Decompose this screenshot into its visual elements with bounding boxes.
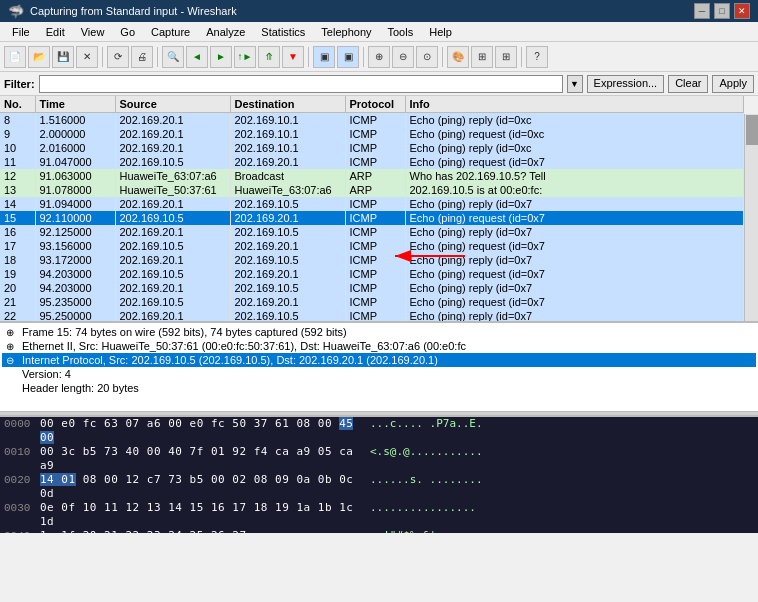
ethernet-expander[interactable]: ⊕	[6, 341, 18, 352]
zoom-normal-button[interactable]: ⊙	[416, 46, 438, 68]
first-button[interactable]: ⤊	[258, 46, 280, 68]
cell-dst: 202.169.10.5	[230, 253, 345, 267]
menu-statistics[interactable]: Statistics	[253, 24, 313, 40]
apply-button[interactable]: Apply	[712, 75, 754, 93]
hex-table: 0000 00 e0 fc 63 07 a6 00 e0 fc 50 37 61…	[0, 417, 758, 533]
close-button[interactable]: ✕	[734, 3, 750, 19]
version-label: Version: 4	[22, 368, 71, 380]
cell-no: 19	[0, 267, 35, 281]
cell-proto: ICMP	[345, 225, 405, 239]
detail-frame-row[interactable]: ⊕ Frame 15: 74 bytes on wire (592 bits),…	[2, 325, 756, 339]
cell-proto: ICMP	[345, 309, 405, 321]
table-row[interactable]: 11 91.047000 202.169.10.5 202.169.20.1 I…	[0, 155, 744, 169]
cell-proto: ICMP	[345, 155, 405, 169]
capture-start-button[interactable]: ▣	[337, 46, 359, 68]
filter-dropdown-button[interactable]: ▼	[567, 75, 583, 93]
detail-header-row[interactable]: Header length: 20 bytes	[2, 381, 756, 395]
resize-columns-button[interactable]: ⊞	[471, 46, 493, 68]
maximize-button[interactable]: □	[714, 3, 730, 19]
detail-version-row[interactable]: Version: 4	[2, 367, 756, 381]
cell-time: 95.250000	[35, 309, 115, 321]
table-row[interactable]: 9 2.000000 202.169.20.1 202.169.10.1 ICM…	[0, 127, 744, 141]
table-row[interactable]: 13 91.078000 HuaweiTe_50:37:61 HuaweiTe_…	[0, 183, 744, 197]
title-bar-title: Capturing from Standard input - Wireshar…	[30, 5, 237, 17]
cell-dst: Broadcast	[230, 169, 345, 183]
save-button[interactable]: 💾	[52, 46, 74, 68]
main-layout: No. Time Source Destination Protocol Inf…	[0, 96, 758, 602]
packet-list-section: No. Time Source Destination Protocol Inf…	[0, 96, 758, 321]
cell-time: 2.000000	[35, 127, 115, 141]
table-row[interactable]: 21 95.235000 202.169.10.5 202.169.20.1 I…	[0, 295, 744, 309]
back-button[interactable]: ◄	[186, 46, 208, 68]
detail-ethernet-row[interactable]: ⊕ Ethernet II, Src: HuaweiTe_50:37:61 (0…	[2, 339, 756, 353]
close-button2[interactable]: ✕	[76, 46, 98, 68]
help-button[interactable]: ?	[526, 46, 548, 68]
forward-button[interactable]: ►	[210, 46, 232, 68]
table-row[interactable]: 22 95.250000 202.169.20.1 202.169.10.5 I…	[0, 309, 744, 321]
table-row[interactable]: 19 94.203000 202.169.10.5 202.169.20.1 I…	[0, 267, 744, 281]
table-row[interactable]: 12 91.063000 HuaweiTe_63:07:a6 Broadcast…	[0, 169, 744, 183]
title-bar: 🦈 Capturing from Standard input - Wiresh…	[0, 0, 758, 22]
colorize-button[interactable]: 🎨	[447, 46, 469, 68]
cell-dst: 202.169.20.1	[230, 211, 345, 225]
hex-bytes: 14 01 08 00 12 c7 73 b5 00 02 08 09 0a 0…	[36, 473, 366, 501]
table-row[interactable]: 14 91.094000 202.169.20.1 202.169.10.5 I…	[0, 197, 744, 211]
frame-expander[interactable]: ⊕	[6, 327, 18, 338]
scrollbar-thumb[interactable]	[746, 115, 758, 145]
print-button[interactable]: 🖨	[131, 46, 153, 68]
packet-list-scrollbar[interactable]	[744, 114, 758, 321]
col-source: Source	[115, 96, 230, 113]
cell-dst: HuaweiTe_63:07:a6	[230, 183, 345, 197]
cell-src: 202.169.20.1	[115, 253, 230, 267]
menu-analyze[interactable]: Analyze	[198, 24, 253, 40]
detail-ip-row[interactable]: ⊖ Internet Protocol, Src: 202.169.10.5 (…	[2, 353, 756, 367]
cell-no: 11	[0, 155, 35, 169]
cell-info: Echo (ping) reply (id=0x7	[405, 309, 744, 321]
new-capture-button[interactable]: 📄	[4, 46, 26, 68]
table-row[interactable]: 20 94.203000 202.169.20.1 202.169.10.5 I…	[0, 281, 744, 295]
clear-button[interactable]: Clear	[668, 75, 708, 93]
expand-all-button[interactable]: ⊞	[495, 46, 517, 68]
cell-proto: ICMP	[345, 239, 405, 253]
cell-dst: 202.169.20.1	[230, 155, 345, 169]
cell-dst: 202.169.10.1	[230, 141, 345, 155]
table-row[interactable]: 18 93.172000 202.169.20.1 202.169.10.5 I…	[0, 253, 744, 267]
ip-expander[interactable]: ⊖	[6, 355, 18, 366]
capture-options-button[interactable]: ▣	[313, 46, 335, 68]
menu-help[interactable]: Help	[421, 24, 460, 40]
hex-offset: 0030	[0, 501, 36, 529]
menu-tools[interactable]: Tools	[380, 24, 422, 40]
cell-proto: ICMP	[345, 253, 405, 267]
cell-dst: 202.169.20.1	[230, 267, 345, 281]
prev-button[interactable]: ▼	[282, 46, 304, 68]
zoom-in-button[interactable]: ⊕	[368, 46, 390, 68]
menu-telephony[interactable]: Telephony	[313, 24, 379, 40]
menu-file[interactable]: File	[4, 24, 38, 40]
menu-view[interactable]: View	[73, 24, 113, 40]
menu-go[interactable]: Go	[112, 24, 143, 40]
cell-src: 202.169.20.1	[115, 113, 230, 128]
goto-button[interactable]: ↑►	[234, 46, 256, 68]
toolbar-sep3	[308, 47, 309, 67]
table-row[interactable]: 17 93.156000 202.169.10.5 202.169.20.1 I…	[0, 239, 744, 253]
find-button[interactable]: 🔍	[162, 46, 184, 68]
table-row[interactable]: 8 1.516000 202.169.20.1 202.169.10.1 ICM…	[0, 113, 744, 128]
packet-body: 8 1.516000 202.169.20.1 202.169.10.1 ICM…	[0, 113, 744, 322]
toolbar-sep1	[102, 47, 103, 67]
minimize-button[interactable]: ─	[694, 3, 710, 19]
reload-button[interactable]: ⟳	[107, 46, 129, 68]
open-button[interactable]: 📂	[28, 46, 50, 68]
menu-edit[interactable]: Edit	[38, 24, 73, 40]
table-row[interactable]: 16 92.125000 202.169.20.1 202.169.10.5 I…	[0, 225, 744, 239]
expression-button[interactable]: Expression...	[587, 75, 665, 93]
menu-capture[interactable]: Capture	[143, 24, 198, 40]
table-row[interactable]: 15 92.110000 202.169.10.5 202.169.20.1 I…	[0, 211, 744, 225]
hex-ascii: <.s@.@...........	[366, 445, 758, 473]
zoom-out-button[interactable]: ⊖	[392, 46, 414, 68]
filter-input[interactable]	[39, 75, 563, 93]
cell-dst: 202.169.10.5	[230, 281, 345, 295]
cell-no: 21	[0, 295, 35, 309]
table-row[interactable]: 10 2.016000 202.169.20.1 202.169.10.1 IC…	[0, 141, 744, 155]
cell-no: 20	[0, 281, 35, 295]
cell-dst: 202.169.10.1	[230, 113, 345, 128]
